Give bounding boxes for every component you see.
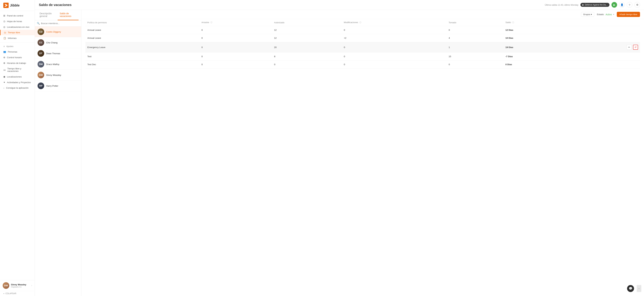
- logo-text: Jibble: [10, 4, 20, 7]
- tab-general[interactable]: Descripción general: [38, 10, 58, 20]
- right-panel-header: Grupos ▾ Estado: Activo ▾ Añadir tiempo …: [81, 10, 644, 19]
- cell-modifications: 0: [342, 61, 446, 69]
- sidebar-item-personas[interactable]: 👥 Personas: [0, 49, 35, 55]
- schedule-icon: ⊕: [3, 62, 5, 64]
- cell-taken: 1: [446, 42, 503, 53]
- settings-icon-button[interactable]: ⚙: [634, 2, 640, 8]
- collapse-label: COLAPSAR: [6, 292, 16, 295]
- sidebar-item-localizaciones[interactable]: ◉ Localizaciones: [0, 74, 35, 79]
- member-name: Draco Malfoy: [46, 63, 60, 66]
- timer-play-button[interactable]: ▶: [612, 2, 617, 8]
- cell-policy: Annual Leave: [85, 34, 200, 42]
- table-body: Annual Leave 0 12 0 0 12 Días Annual Lea…: [85, 26, 640, 69]
- search-input[interactable]: [41, 22, 79, 25]
- main-content: Saldo de vacaciones Última salida 11:43,…: [35, 0, 644, 296]
- status-filter-group: Estado: Activo ▾: [597, 13, 614, 16]
- jibble-logo-icon: [3, 3, 9, 8]
- chevron-down-icon: ▾: [591, 13, 592, 16]
- sidebar-item-label: Localizaciones: [7, 75, 22, 78]
- cell-carryover: 0: [200, 26, 272, 34]
- carryover-info-icon[interactable]: ⓘ: [210, 21, 212, 24]
- sidebar: Jibble ⊞ Panel de control ◷ Hojas de hor…: [0, 0, 35, 296]
- sidebar-item-time-off[interactable]: 🗂 Tiempo libre: [0, 30, 35, 35]
- sidebar-nav: ⊞ Panel de control ◷ Hojas de horas ◎ Lo…: [0, 11, 35, 280]
- user-icon-button[interactable]: 👤: [619, 2, 625, 8]
- sidebar-item-horarios[interactable]: ⊕ Horarios de trabajo: [0, 60, 35, 66]
- table-row: Test Dec 0 0 0 0 0 Días: [85, 61, 640, 69]
- avatar: GW: [38, 72, 44, 78]
- page-title: Saldo de vacaciones: [39, 3, 72, 7]
- sidebar-item-label: Localizaciones en vivo: [7, 26, 30, 28]
- cell-actions: [566, 34, 640, 42]
- member-item[interactable]: GW Ginny Weasley: [35, 70, 81, 80]
- groups-filter-button[interactable]: Grupos ▾: [581, 12, 594, 17]
- avatar: HP: [38, 82, 44, 89]
- sidebar-item-tiempo-libre-vac[interactable]: 🗂 Tiempo libre y vacaciones: [0, 66, 35, 74]
- reset-button[interactable]: ↺: [633, 45, 638, 50]
- cell-carryover: 0: [200, 42, 272, 53]
- member-item[interactable]: HP Harry Potter: [35, 80, 81, 91]
- cell-authorized: 0: [272, 61, 342, 69]
- cell-modifications: 0: [342, 53, 446, 61]
- cell-balance: 12 Días: [504, 26, 566, 34]
- top-header: Saldo de vacaciones Última salida 11:43,…: [35, 0, 644, 10]
- col-balance: Saldo ⓘ: [504, 19, 566, 26]
- cell-policy: Emergency Leave: [85, 42, 200, 53]
- cell-authorized: 12: [272, 34, 342, 42]
- tabs-row: Descripción general Saldo de vacaciones: [35, 10, 81, 20]
- member-item[interactable]: CC Cho Chang: [35, 37, 81, 48]
- member-name: Cho Chang: [46, 41, 58, 44]
- col-carryover: Arrastre ⓘ: [200, 19, 272, 26]
- avatar: DM: [38, 61, 44, 68]
- sidebar-item-reports[interactable]: 📋 Informes: [0, 35, 35, 41]
- cell-modifications: +2: [342, 34, 446, 42]
- last-exit-text: Última salida 11:43, último Monday: [545, 4, 578, 6]
- member-item[interactable]: DT Dean Thomas: [35, 48, 81, 59]
- pin-icon: ◉: [3, 75, 5, 78]
- sidebar-item-actividades[interactable]: ✦ Actividades y Proyectos: [0, 79, 35, 85]
- sidebar-item-label: Hojas de horas: [7, 20, 22, 23]
- member-name: Cedric Diggory: [46, 31, 61, 33]
- cell-policy: Annual Leave: [85, 26, 200, 34]
- expand-button[interactable]: ›: [637, 285, 641, 292]
- cell-modifications: 0: [342, 26, 446, 34]
- collapse-button[interactable]: « COLAPSAR: [0, 291, 35, 296]
- cell-taken: 0: [446, 61, 503, 69]
- search-icon: 🔍: [37, 22, 40, 25]
- sidebar-footer[interactable]: GW Ginny Weasley Hogwarts Co ›: [0, 280, 35, 291]
- sidebar-item-app[interactable]: ↓ Consigue la aplicación: [0, 85, 35, 91]
- sidebar-item-control-horario[interactable]: ⊛ Control horario: [0, 55, 35, 60]
- chevron-down-icon[interactable]: ▾: [613, 14, 614, 15]
- edit-button[interactable]: ✏: [627, 45, 632, 50]
- cell-authorized: 8: [272, 53, 342, 61]
- cell-carryover: 0: [200, 34, 272, 42]
- add-time-off-button[interactable]: Añadir tiempo libre: [617, 12, 640, 17]
- balance-info-icon[interactable]: ⓘ: [512, 21, 514, 24]
- sidebar-item-timesheets[interactable]: ◷ Hojas de horas: [0, 19, 35, 24]
- sidebar-item-label: Horarios de trabajo: [7, 62, 26, 64]
- member-item[interactable]: DM Draco Malfoy: [35, 59, 81, 70]
- activity-badge[interactable]: ▶ Defence Against the Da...: [580, 3, 610, 7]
- activity-icon: ✦: [3, 81, 5, 84]
- settings-section-header[interactable]: ∧ Ajustes: [0, 44, 35, 49]
- chat-bubble-button[interactable]: 💬: [627, 285, 634, 292]
- modifications-info-icon[interactable]: ⓘ: [359, 21, 361, 24]
- activity-label: Defence Against the Da...: [585, 4, 608, 6]
- footer-user-name: Ginny Weasley: [11, 283, 30, 286]
- help-icon-button[interactable]: ?: [627, 2, 632, 8]
- cell-taken: 4: [446, 34, 503, 42]
- table-container: Política de permisos Arrastre ⓘ Autoriza…: [81, 19, 644, 296]
- footer-avatar: GW: [3, 282, 9, 289]
- sidebar-item-dashboard[interactable]: ⊞ Panel de control: [0, 13, 35, 19]
- location-icon: ◎: [3, 26, 5, 28]
- member-name: Ginny Weasley: [46, 74, 61, 76]
- cell-carryover: 0: [200, 61, 272, 69]
- col-actions: [566, 19, 640, 26]
- sidebar-item-locations-live[interactable]: ◎ Localizaciones en vivo: [0, 24, 35, 30]
- table-row: Emergency Leave 0 20 0 1 19 Días ✏ ↺: [85, 42, 640, 53]
- logo[interactable]: Jibble: [0, 0, 35, 11]
- member-item[interactable]: CD Cedric Diggory: [35, 27, 81, 37]
- tab-vacation-balance[interactable]: Saldo de vacaciones: [58, 10, 78, 20]
- table-row: Annual Leave 0 12 0 0 12 Días: [85, 26, 640, 34]
- sidebar-item-label: Actividades y Proyectos: [7, 81, 31, 84]
